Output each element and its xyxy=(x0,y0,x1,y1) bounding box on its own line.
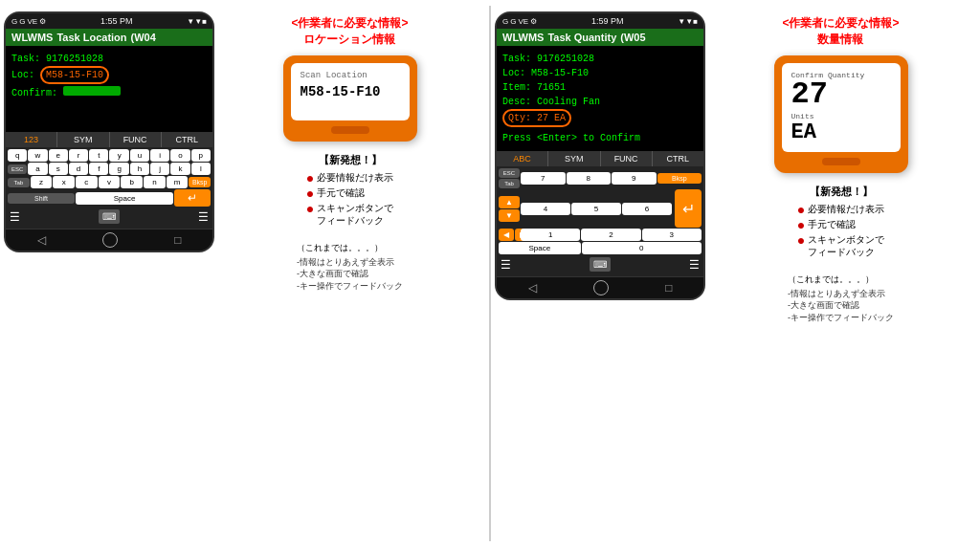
left-scanner-trigger[interactable] xyxy=(331,126,369,134)
key-w[interactable]: w xyxy=(28,149,47,162)
key-p[interactable]: p xyxy=(191,149,211,162)
key-o[interactable]: o xyxy=(170,149,189,162)
right-item-value: 71651 xyxy=(537,82,566,93)
left-kb-tab-func[interactable]: FUNC xyxy=(110,132,162,147)
key-h[interactable]: h xyxy=(130,163,149,175)
left-kb-keys: q w e r t y u i o p ESC a s d f xyxy=(6,147,212,229)
right-new-idea: 【新発想！】 ● 必要情報だけ表示 ● 手元で確認 ● スキャンボタンで フィー… xyxy=(797,185,884,260)
left-bullet-dot-3: ● xyxy=(306,202,314,215)
left-kb-tabs: 123 SYM FUNC CTRL xyxy=(6,132,212,147)
right-scanner-trigger[interactable] xyxy=(822,158,860,165)
right-square-btn[interactable]: □ xyxy=(665,281,672,295)
right-scanner-screen: Confirm Quantity 27 Units EA xyxy=(782,63,901,152)
left-loc-row: Loc: M58-15-F10 xyxy=(11,66,207,84)
key-g[interactable]: g xyxy=(109,163,128,175)
kb-icon-left[interactable]: ⌨ xyxy=(99,209,120,224)
menu-icon-left[interactable]: ☰ xyxy=(10,210,20,224)
key-z[interactable]: z xyxy=(31,176,53,188)
key-7[interactable]: 7 xyxy=(521,172,566,185)
key-j[interactable]: j xyxy=(150,163,169,175)
key-space[interactable]: Space xyxy=(76,192,173,205)
key-enter-right-big[interactable]: ↵ xyxy=(675,189,702,228)
key-s[interactable]: s xyxy=(49,163,68,175)
right-old-item-3: -キー操作でフィードバック xyxy=(788,312,894,324)
left-section: G G VE ⚙ 1:55 PM ▼▼■ WLWMS Task Location… xyxy=(0,0,489,546)
key-0[interactable]: 0 xyxy=(582,242,702,254)
key-left[interactable]: ◀ xyxy=(499,229,514,241)
right-back-btn[interactable]: ◁ xyxy=(528,281,537,295)
key-v[interactable]: v xyxy=(99,176,121,188)
right-kb-tab-sym[interactable]: SYM xyxy=(548,151,600,166)
right-desc-row: Desc: Cooling Fan xyxy=(502,95,698,109)
right-annotation-text: <作業者に必要な情報> 数量情報 xyxy=(782,16,899,46)
key-3[interactable]: 3 xyxy=(642,229,702,241)
right-bullet-text-2: 手元で確認 xyxy=(808,218,856,230)
key-tab-r[interactable]: Tab xyxy=(499,179,520,188)
menu-icon-right[interactable]: ☰ xyxy=(501,258,511,272)
kb-icon-right[interactable]: ⌨ xyxy=(590,257,611,272)
key-space-right[interactable]: Space xyxy=(499,242,581,254)
key-y[interactable]: y xyxy=(109,149,128,162)
left-kb-tab-ctrl[interactable]: CTRL xyxy=(162,132,212,147)
key-a[interactable]: a xyxy=(28,163,47,175)
key-k[interactable]: k xyxy=(170,163,189,175)
key-2[interactable]: 2 xyxy=(581,229,640,241)
key-bksp-left[interactable]: Bksp xyxy=(189,177,211,187)
key-x[interactable]: x xyxy=(53,176,75,188)
left-bullet-2: ● 手元で確認 xyxy=(306,186,393,200)
key-6[interactable]: 6 xyxy=(622,203,672,215)
key-i[interactable]: i xyxy=(150,149,169,162)
left-square-btn[interactable]: □ xyxy=(174,233,181,247)
right-desc-label: Desc: xyxy=(502,97,531,107)
right-bullet-3: ● スキャンボタンで フィードバック xyxy=(797,233,884,258)
key-enter-left[interactable]: ↵ xyxy=(174,189,211,207)
right-phone-screen: Task: 9176251028 Loc: M58-15-F10 Item: 7… xyxy=(497,46,703,151)
key-u[interactable]: u xyxy=(130,149,149,162)
left-kb-tab-123[interactable]: 123 xyxy=(6,132,57,147)
key-4[interactable]: 4 xyxy=(521,203,570,215)
key-shift[interactable]: Shift xyxy=(8,193,75,204)
key-e[interactable]: e xyxy=(49,149,68,162)
menu-icon-left2[interactable]: ☰ xyxy=(198,210,209,224)
left-phone-header: WLWMS Task Location (W04 xyxy=(6,29,212,46)
right-kb-tab-abc[interactable]: ABC xyxy=(497,151,548,166)
key-m[interactable]: m xyxy=(167,176,189,188)
left-status-icons-left: G G VE ⚙ xyxy=(11,17,46,26)
key-1[interactable]: 1 xyxy=(521,229,580,241)
left-new-idea: 【新発想！】 ● 必要情報だけ表示 ● 手元で確認 ● スキャンボタンで フィー… xyxy=(306,153,393,229)
left-kb-tab-sym[interactable]: SYM xyxy=(57,132,109,147)
left-bullet-3: ● スキャンボタンで フィードバック xyxy=(306,202,393,227)
menu-icon-right2[interactable]: ☰ xyxy=(689,258,700,272)
right-kb-tab-func[interactable]: FUNC xyxy=(601,151,653,166)
key-down[interactable]: ▼ xyxy=(499,209,520,222)
right-qty-value: 27 xyxy=(537,113,548,123)
key-c[interactable]: c xyxy=(76,176,98,188)
key-r[interactable]: r xyxy=(69,149,88,162)
key-b[interactable]: b xyxy=(121,176,143,188)
key-esc-r[interactable]: ESC xyxy=(499,168,520,178)
right-header-title: Task Quantity xyxy=(547,32,616,43)
right-bullet-text-3: スキャンボタンで フィードバック xyxy=(808,233,884,258)
left-back-btn[interactable]: ◁ xyxy=(37,233,46,247)
key-tab[interactable]: Tab xyxy=(8,178,30,187)
left-keyboard: 123 SYM FUNC CTRL q w e r t y u i o p xyxy=(6,132,212,229)
right-kb-tab-ctrl[interactable]: CTRL xyxy=(653,151,703,166)
key-q[interactable]: q xyxy=(8,149,27,162)
key-d[interactable]: d xyxy=(69,163,88,175)
key-l[interactable]: l xyxy=(191,163,211,175)
key-n[interactable]: n xyxy=(144,176,166,188)
key-9[interactable]: 9 xyxy=(612,172,657,185)
key-t[interactable]: t xyxy=(89,149,108,162)
left-phone-nav: ◁ □ xyxy=(6,229,212,251)
g-icon: G xyxy=(11,17,17,26)
key-esc[interactable]: ESC xyxy=(8,164,27,174)
key-8[interactable]: 8 xyxy=(567,172,612,185)
right-home-btn[interactable] xyxy=(593,280,609,295)
key-up[interactable]: ▲ xyxy=(499,196,520,208)
key-5[interactable]: 5 xyxy=(571,203,621,215)
key-f[interactable]: f xyxy=(89,163,108,175)
left-task-label: Task: xyxy=(11,54,40,64)
right-section: G G VE ⚙ 1:59 PM ▼▼■ WLWMS Task Quantity… xyxy=(491,0,980,546)
key-bksp-right[interactable]: Bksp xyxy=(657,173,702,184)
left-home-btn[interactable] xyxy=(102,232,118,248)
